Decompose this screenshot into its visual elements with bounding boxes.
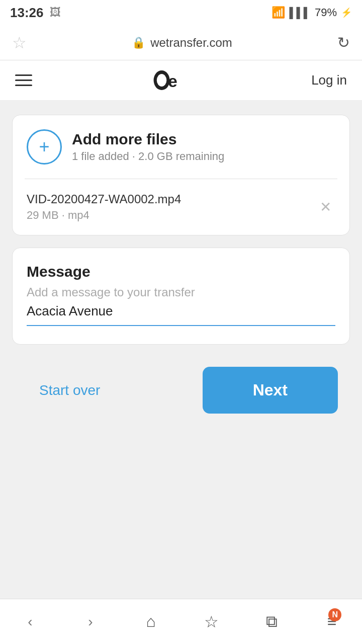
svg-point-1 bbox=[156, 74, 166, 87]
add-files-button[interactable]: + bbox=[27, 129, 62, 165]
nav-bar: e Log in bbox=[0, 60, 362, 101]
bottom-nav: ‹ › ⌂ ☆ ⧉ ≡ N bbox=[0, 599, 362, 644]
logo-svg: e bbox=[152, 68, 192, 93]
lock-icon: 🔒 bbox=[132, 36, 145, 49]
svg-text:e: e bbox=[168, 71, 177, 90]
bookmark-icon[interactable]: ☆ bbox=[12, 33, 27, 52]
hamburger-line-3 bbox=[15, 85, 32, 86]
charging-icon: ⚡ bbox=[341, 7, 352, 18]
start-over-button[interactable]: Start over bbox=[24, 372, 115, 409]
add-files-area: + Add more files 1 file added · 2.0 GB r… bbox=[13, 115, 349, 179]
plus-icon: + bbox=[39, 138, 49, 156]
file-info: VID-20200427-WA0002.mp4 29 MB · mp4 bbox=[27, 192, 181, 222]
hamburger-line-2 bbox=[15, 79, 32, 81]
status-time: 13:26 bbox=[10, 5, 44, 21]
message-title: Message bbox=[27, 263, 335, 280]
back-icon: ‹ bbox=[28, 614, 32, 630]
login-button[interactable]: Log in bbox=[311, 72, 347, 88]
refresh-icon[interactable]: ↺ bbox=[337, 34, 350, 51]
add-files-subtitle: 1 file added · 2.0 GB remaining bbox=[72, 150, 224, 163]
nav-forward-button[interactable]: › bbox=[60, 599, 121, 644]
file-meta: 29 MB · mp4 bbox=[27, 209, 181, 222]
message-underline bbox=[27, 325, 335, 326]
hamburger-menu[interactable] bbox=[15, 74, 32, 86]
signal-icon: ▌▌▌ bbox=[289, 7, 311, 19]
main-content: + Add more files 1 file added · 2.0 GB r… bbox=[0, 101, 362, 599]
message-value[interactable]: Acacia Avenue bbox=[27, 303, 335, 319]
file-name: VID-20200427-WA0002.mp4 bbox=[27, 192, 181, 206]
url-text: wetransfer.com bbox=[150, 36, 232, 50]
nav-bookmarks-button[interactable]: ☆ bbox=[181, 599, 241, 644]
notification-badge: ≡ N bbox=[327, 612, 337, 631]
nav-home-button[interactable]: ⌂ bbox=[121, 599, 181, 644]
message-card: Message Add a message to your transfer A… bbox=[12, 248, 350, 345]
nav-menu-button[interactable]: ≡ N bbox=[302, 599, 362, 644]
bookmarks-icon: ☆ bbox=[204, 612, 219, 631]
next-button[interactable]: Next bbox=[203, 367, 338, 414]
add-files-card: + Add more files 1 file added · 2.0 GB r… bbox=[12, 115, 350, 235]
battery-level: 79% bbox=[315, 6, 337, 19]
notification-dot: N bbox=[328, 608, 341, 621]
add-files-title: Add more files bbox=[72, 131, 224, 148]
status-icons: 📶 ▌▌▌ 79% ⚡ bbox=[272, 6, 352, 19]
buttons-area: Start over Next bbox=[12, 357, 350, 429]
home-icon: ⌂ bbox=[146, 612, 155, 631]
nav-back-button[interactable]: ‹ bbox=[0, 599, 60, 644]
nav-tabs-button[interactable]: ⧉ bbox=[241, 599, 302, 644]
url-bar[interactable]: 🔒 wetransfer.com bbox=[132, 36, 232, 50]
wetransfer-logo: e bbox=[152, 68, 192, 93]
image-icon: 🖼 bbox=[50, 6, 61, 19]
tabs-icon: ⧉ bbox=[266, 612, 278, 631]
hamburger-line-1 bbox=[15, 74, 32, 76]
message-content: Message Add a message to your transfer A… bbox=[13, 248, 349, 344]
browser-bar: ☆ 🔒 wetransfer.com ↺ bbox=[0, 25, 362, 60]
forward-icon: › bbox=[88, 614, 93, 630]
file-item: VID-20200427-WA0002.mp4 29 MB · mp4 ✕ bbox=[13, 179, 349, 235]
message-placeholder: Add a message to your transfer bbox=[27, 285, 335, 299]
add-files-text: Add more files 1 file added · 2.0 GB rem… bbox=[72, 131, 224, 163]
status-bar: 13:26 🖼 📶 ▌▌▌ 79% ⚡ bbox=[0, 0, 362, 25]
remove-file-button[interactable]: ✕ bbox=[316, 195, 335, 219]
wifi-icon: 📶 bbox=[272, 6, 285, 19]
